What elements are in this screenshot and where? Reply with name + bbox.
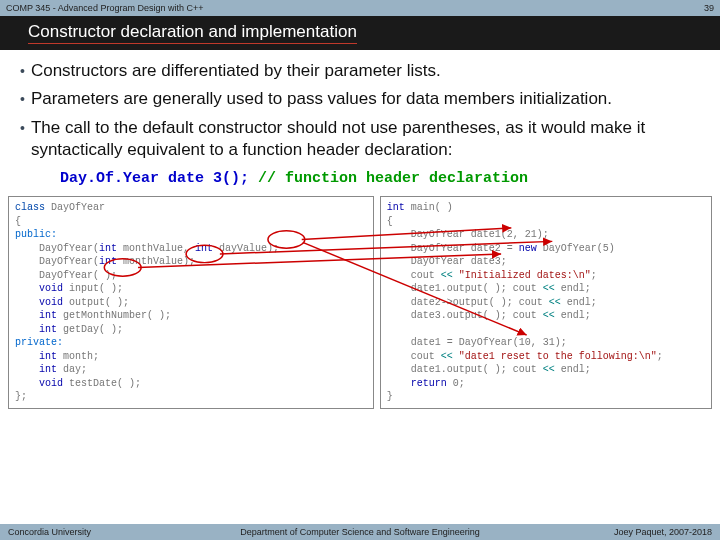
course-label: COMP 345 - Advanced Program Design with …: [6, 3, 203, 13]
bullet-text: Parameters are generally used to pass va…: [31, 88, 700, 110]
bullet-item: • Parameters are generally used to pass …: [20, 88, 700, 110]
content-area: • Constructors are differentiated by the…: [0, 50, 720, 188]
class-declaration-box: class DayOfYear { public: DayOfYear(int …: [8, 196, 374, 409]
slide-title: Constructor declaration and implementati…: [28, 22, 357, 44]
code-comment: // function header declaration: [258, 170, 528, 187]
main-function-box: int main( ) { DayOfYear date1(2, 21); Da…: [380, 196, 712, 409]
footer-mid: Department of Computer Science and Softw…: [240, 527, 480, 537]
code-figures: class DayOfYear { public: DayOfYear(int …: [0, 196, 720, 409]
footer-left: Concordia University: [8, 527, 91, 537]
code-stmt: Day.Of.Year date 3();: [60, 170, 249, 187]
inline-code: Day.Of.Year date 3(); // function header…: [60, 169, 700, 189]
top-bar: COMP 345 - Advanced Program Design with …: [0, 0, 720, 16]
bullet-item: • Constructors are differentiated by the…: [20, 60, 700, 82]
bullet-dot: •: [20, 88, 25, 110]
bullet-dot: •: [20, 117, 25, 161]
footer-right: Joey Paquet, 2007-2018: [614, 527, 712, 537]
bullet-text: Constructors are differentiated by their…: [31, 60, 700, 82]
bullet-item: • The call to the default constructor sh…: [20, 117, 700, 161]
bullet-text: The call to the default constructor shou…: [31, 117, 700, 161]
footer-bar: Concordia University Department of Compu…: [0, 524, 720, 540]
page-number: 39: [704, 3, 714, 13]
title-band: Constructor declaration and implementati…: [0, 16, 720, 50]
bullet-dot: •: [20, 60, 25, 82]
